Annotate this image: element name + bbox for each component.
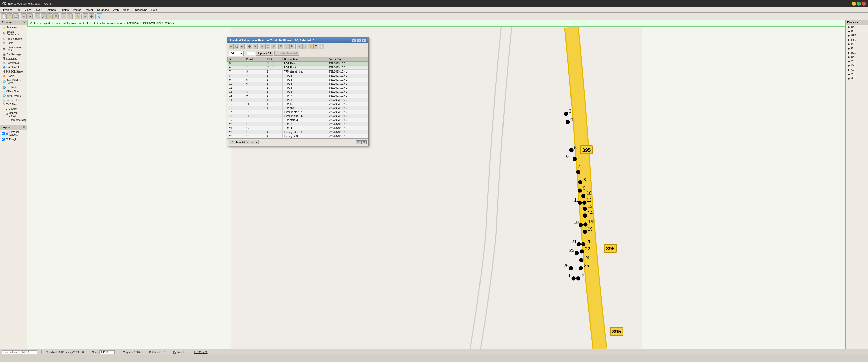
browser-item-geonode[interactable]: 🌍 GeoNode [0,85,27,90]
zoom-selected-icon[interactable]: 🔍 [302,44,307,49]
table-row[interactable]: 23 19 4 Furough 2.0 5/29/2023 10:5... [228,134,368,138]
browser-item-mssql[interactable]: 🗄 MS SQL Server [0,69,27,74]
table-row[interactable]: 19 15 3 TFM start .3 5/29/2023 10:5... [228,118,368,122]
zoom-out-icon[interactable]: 🔎 [41,13,46,19]
deselect-icon[interactable]: □ [284,44,289,49]
menu-database[interactable]: Database [95,8,111,12]
table-row[interactable]: 7 3 1 TFM star at rd e... 5/29/2023 10:4… [228,70,368,74]
table-row[interactable]: 16 12 1 TFM end .1 5/29/2023 10:4... [228,106,368,110]
processing-item-12[interactable]: ▶ G... [845,76,868,80]
processing-item-3[interactable]: ▶ Int... [845,38,868,42]
open-project-icon[interactable]: 📂 [7,13,13,19]
table-row[interactable]: 9 5 1 TFM. 4 5/29/2023 10:4... [228,78,368,82]
menu-settings[interactable]: Settings [43,8,58,12]
menu-layer[interactable]: Layer [33,8,44,12]
menu-web[interactable]: Web [111,8,121,12]
undo-icon[interactable]: ↩ [21,13,27,19]
processing-item-8[interactable]: ▶ Ve... [845,59,868,63]
browser-item-project-home[interactable]: 🏠 Project Home [0,37,27,41]
epsg-label[interactable]: EPSG:6420 [194,351,208,354]
menu-view[interactable]: View [23,8,33,12]
scale-input[interactable] [99,350,115,354]
redo-icon[interactable]: ↪ [27,13,33,19]
browser-item-openstreetmap[interactable]: O OpenStreetMap [0,118,27,122]
browser-item-postgresql[interactable]: 🐘 PostgreSQL [0,61,27,65]
map-canvas[interactable]: 395 395 395 3 4 5 6 7 [27,27,845,349]
browser-item-mapzen[interactable]: M Mapzen Global [0,111,27,118]
measure-icon[interactable]: 📏 [75,13,81,19]
maximize-button[interactable]: □ [857,2,861,6]
show-all-features-button[interactable]: ☑ Show All Features [229,140,258,144]
table-row[interactable]: 15 11 1 TFM 1.0 5/29/2023 10:4... [228,102,368,106]
locate-input[interactable] [2,350,37,354]
menu-plugins[interactable]: Plugins [58,8,71,12]
table-row[interactable]: 17 13 2 Furough start .2 5/29/2023 10:4.… [228,110,368,114]
feature-table-container[interactable]: fid Point PE # Description Date & Time 5… [227,57,368,138]
organize-columns-icon[interactable]: ☰ [313,44,318,49]
browser-item-c-drive[interactable]: 💻 C:\Windows-SSD [0,45,27,52]
paste-icon[interactable]: 📌 [271,44,276,49]
col-header-point[interactable]: Point [245,57,265,62]
table-row[interactable]: 8 4 1 TFM. 4 5/29/2023 10:4... [228,74,368,78]
layer-google[interactable]: 🗺 Google [0,137,27,141]
cut-icon[interactable]: ✂ [260,44,265,49]
table-row[interactable]: 6 2 NULL POR Front 5/29/2023 10:3... [228,66,368,70]
dialog-minimize-button[interactable]: − [352,39,356,42]
menu-processing[interactable]: Processing [131,8,149,12]
identify-icon[interactable]: ℹ [67,13,72,19]
table-row[interactable]: 18 14 2 Furough end 1.5 5/29/2023 10:5..… [228,114,368,118]
menu-raster[interactable]: Raster [83,8,95,12]
table-row[interactable]: 5 1 NULL POR Rear 5/29/2023 10:3... [228,62,368,66]
delete-row-icon[interactable]: 🗑 [252,44,257,49]
save-edits-icon[interactable]: 💾 [234,44,239,49]
processing-item-7[interactable]: ▶ Ra... [845,55,868,59]
toggle-editing-icon[interactable]: ✏ [228,44,234,49]
col-header-pe[interactable]: PE # [265,57,282,62]
open-form-icon[interactable]: 📝 [319,44,324,49]
browser-item-xyz-tiles[interactable]: 🗺 XYZ Tiles [0,102,27,107]
browser-item-spatialite[interactable]: 🗄 SpatiaLite [0,57,27,61]
browser-item-google[interactable]: G Google [0,107,27,111]
layer-google-checkbox[interactable] [2,138,5,141]
processing-item-10[interactable]: ▶ G... [845,68,868,72]
table-row[interactable]: 11 7 1 TFM. 6 5/29/2023 10:4... [228,86,368,90]
processing-item-6[interactable]: ▶ Ra... [845,51,868,55]
filter-icon[interactable]: ⧖ [297,44,302,49]
invert-select-icon[interactable]: ⇅ [289,44,294,49]
render-checkbox[interactable] [173,351,177,354]
filter-value-input[interactable] [247,52,255,55]
col-header-fid[interactable]: fid [228,57,245,62]
processing-item-2[interactable]: ▶ GPS [845,33,868,38]
browser-item-vector-tiles[interactable]: 📐 Vector Tiles [0,98,27,102]
menu-vector[interactable]: Vector [71,8,83,12]
pan-selected-icon[interactable]: ✋ [308,44,313,49]
add-feature-icon[interactable]: ➕ [89,13,94,19]
map-area[interactable]: ✓ Layer Exported: Successfully saved vec… [27,20,845,349]
close-button[interactable]: ✕ [862,2,866,6]
dialog-close-button[interactable]: ✕ [362,39,366,42]
select-icon[interactable]: ↖ [61,13,66,19]
table-row[interactable]: 22 18 4 Furough start .6 5/29/2023 10:5.… [228,130,368,134]
pan-icon[interactable]: ✋ [47,13,53,19]
processing-item-0[interactable]: ▶ Re... [845,25,868,29]
qfield-icon[interactable]: Q [97,13,102,19]
table-row[interactable]: 13 9 1 TFM .7 5/29/2023 10:4... [228,94,368,98]
dialog-maximize-button[interactable]: □ [357,39,361,42]
browser-item-spatial-bookmarks[interactable]: 🔖 Spatial Bookmarks [0,30,27,37]
layer-physical-evidence[interactable]: ⬤ Physical Evide... [0,130,27,137]
browser-item-geopackage[interactable]: 📦 GeoPackage [0,52,27,57]
processing-item-4[interactable]: ▶ M... [845,42,868,46]
add-row-icon[interactable]: ➕ [247,44,252,49]
browser-item-home[interactable]: 🏠 Home [0,41,27,45]
table-row[interactable]: 21 17 3 TFM. 4 5/29/2023 10:5... [228,126,368,130]
copy-icon[interactable]: 📋 [266,44,271,49]
browser-item-arcgis[interactable]: 🌐 ArcGIS REST Serve... [0,78,27,85]
processing-item-9[interactable]: ▶ Ve... [845,63,868,68]
layers-panel-settings-icon[interactable]: ⚙ [23,125,26,129]
new-project-icon[interactable]: 📄 [1,13,7,19]
back-icon[interactable]: ↩ [240,44,245,49]
col-header-datetime[interactable]: Date & Time [327,57,368,62]
col-header-description[interactable]: Description [282,57,327,62]
menu-mesh[interactable]: Mesh [121,8,131,12]
processing-item-11[interactable]: ▶ Ve... [845,72,868,76]
